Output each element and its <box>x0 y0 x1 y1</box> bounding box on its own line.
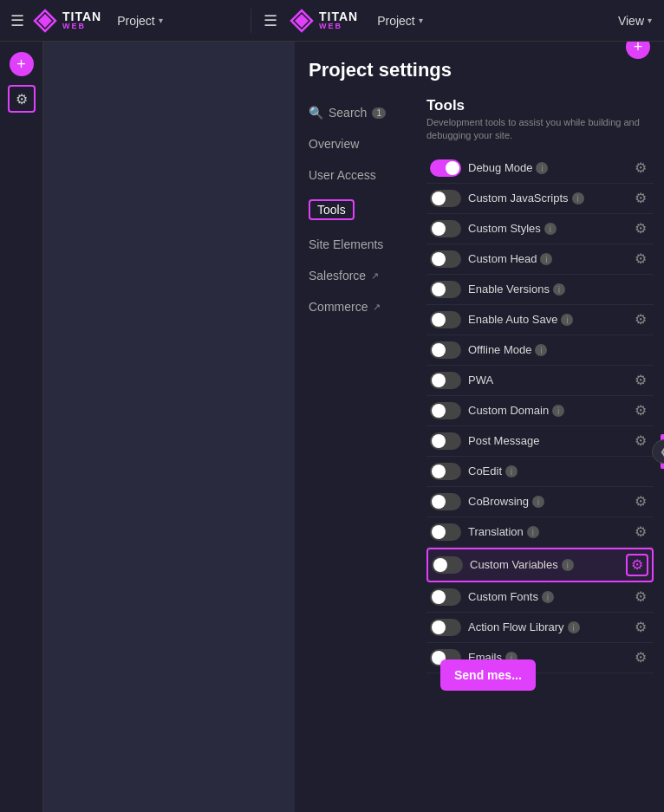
gear-icon-custom-styles[interactable]: ⚙ <box>631 220 650 237</box>
logo-left: TITAN WEB <box>33 9 101 33</box>
gear-icon-custom-domain[interactable]: ⚙ <box>631 402 650 419</box>
tool-row-cobrowsing: CoBrowsingi⚙ <box>426 487 654 517</box>
toggle-coedit[interactable] <box>430 463 461 480</box>
gear-icon-custom-fonts[interactable]: ⚙ <box>631 588 650 605</box>
toggle-enable-versions[interactable] <box>430 281 461 298</box>
toggle-custom-domain[interactable] <box>430 402 461 419</box>
logo-web-right: WEB <box>319 23 358 30</box>
nav-item-commerce[interactable]: Commerce ↗ <box>295 291 416 322</box>
nav-item-tools[interactable]: Tools <box>295 191 416 229</box>
main-layout: + ⚙ Project settings + 🔍 Search 1 Ov <box>0 42 664 812</box>
tool-row-custom-variables: Custom Variablesi⚙ <box>426 548 654 582</box>
gear-icon-debug-mode[interactable]: ⚙ <box>631 159 650 176</box>
settings-nav: 🔍 Search 1 Overview User Access Tools <box>295 90 416 812</box>
hamburger-icon-left[interactable]: ☰ <box>10 11 24 30</box>
tool-row-debug-mode: Debug Modei⚙ <box>426 153 654 184</box>
search-badge: 1 <box>372 107 386 119</box>
toggle-enable-auto-save[interactable] <box>430 311 461 328</box>
settings-plus-button[interactable]: + <box>626 42 650 59</box>
external-link-icon-salesforce: ↗ <box>371 270 379 282</box>
nav-item-site-elements[interactable]: Site Elements <box>295 229 416 260</box>
hamburger-icon-right[interactable]: ☰ <box>264 11 277 30</box>
tool-row-custom-javascripts: Custom JavaScriptsi⚙ <box>426 184 654 214</box>
logo-diamond-right <box>290 9 314 33</box>
top-bar-left: ☰ TITAN WEB Project ▾ <box>0 9 251 33</box>
tool-row-pwa: PWA⚙ <box>426 366 654 396</box>
toggle-translation[interactable] <box>430 523 461 541</box>
settings-title: Project settings <box>309 59 650 81</box>
toggle-custom-styles[interactable] <box>430 220 461 237</box>
gear-icon-pwa[interactable]: ⚙ <box>631 372 650 388</box>
info-icon-enable-versions: i <box>553 283 565 296</box>
tool-label-custom-domain: Custom Domaini <box>468 404 624 417</box>
tools-section-subtitle: Development tools to assist you while bu… <box>426 116 654 143</box>
toggle-post-message[interactable] <box>430 432 461 450</box>
tool-label-translation: Translationi <box>468 525 624 538</box>
tool-row-coedit: CoEditi <box>426 457 654 487</box>
gear-icon-enable-auto-save[interactable]: ⚙ <box>631 311 650 328</box>
tool-label-cobrowsing: CoBrowsingi <box>468 495 624 508</box>
info-icon-custom-head: i <box>540 253 552 265</box>
tool-row-offline-mode: Offline Modei <box>426 335 654 366</box>
send-message-button[interactable]: Send mes... <box>440 659 536 691</box>
tool-label-debug-mode: Debug Modei <box>468 161 624 174</box>
logo-diamond-left <box>33 9 57 33</box>
info-icon-custom-styles: i <box>544 223 557 235</box>
toggle-action-flow-library[interactable] <box>430 619 461 636</box>
gear-icon-action-flow-library[interactable]: ⚙ <box>631 619 650 635</box>
gear-icon-custom-head[interactable]: ⚙ <box>631 250 650 267</box>
logo-text-right: TITAN WEB <box>319 10 358 30</box>
tool-row-post-message: Post Message⚙ <box>426 426 654 457</box>
toggle-pwa[interactable] <box>430 372 461 389</box>
nav-item-search[interactable]: 🔍 Search 1 <box>295 97 416 128</box>
tool-row-translation: Translationi⚙ <box>426 517 654 548</box>
tool-label-pwa: PWA <box>468 374 624 387</box>
gear-icon-post-message[interactable]: ⚙ <box>631 432 650 449</box>
tool-row-action-flow-library: Action Flow Libraryi⚙ <box>426 613 654 643</box>
tool-rows-container: Debug Modei⚙Custom JavaScriptsi⚙Custom S… <box>426 153 654 673</box>
tool-row-enable-versions: Enable Versionsi <box>426 275 654 305</box>
tool-label-post-message: Post Message <box>468 434 624 447</box>
gear-icon-emails[interactable]: ⚙ <box>631 649 650 666</box>
nav-item-user-access[interactable]: User Access <box>295 159 416 191</box>
nav-item-salesforce[interactable]: Salesforce ↗ <box>295 260 416 291</box>
tool-row-custom-styles: Custom Stylesi⚙ <box>426 214 654 244</box>
top-bar-right: ☰ TITAN WEB Project ▾ View ▾ <box>251 9 664 33</box>
canvas-area <box>43 42 295 812</box>
nav-user-access-label: User Access <box>309 168 376 182</box>
external-link-icon-commerce: ↗ <box>373 302 381 313</box>
search-icon: 🔍 <box>309 106 323 120</box>
nav-site-elements-label: Site Elements <box>309 237 383 251</box>
toggle-cobrowsing[interactable] <box>430 493 461 510</box>
info-icon-cobrowsing: i <box>532 496 544 508</box>
info-icon-coedit: i <box>505 465 518 477</box>
tool-label-custom-variables: Custom Variablesi <box>470 558 619 571</box>
tools-content: Tools Development tools to assist you wh… <box>416 90 664 812</box>
view-button[interactable]: View ▾ <box>618 14 652 28</box>
info-icon-enable-auto-save: i <box>561 314 573 326</box>
tool-label-coedit: CoEditi <box>468 464 650 477</box>
project-button-right[interactable]: Project ▾ <box>377 14 423 28</box>
nav-item-overview[interactable]: Overview <box>295 128 416 159</box>
add-button[interactable]: + <box>10 52 34 76</box>
gear-icon-cobrowsing[interactable]: ⚙ <box>631 493 650 510</box>
toggle-custom-variables[interactable] <box>432 556 463 574</box>
nav-overview-label: Overview <box>309 137 359 151</box>
logo-right: TITAN WEB <box>290 9 358 33</box>
toggle-debug-mode[interactable] <box>430 159 461 177</box>
toggle-custom-javascripts[interactable] <box>430 190 461 207</box>
toggle-offline-mode[interactable] <box>430 341 461 359</box>
gear-settings-button[interactable]: ⚙ <box>8 85 36 113</box>
info-icon-debug-mode: i <box>536 162 548 174</box>
info-icon-custom-fonts: i <box>542 591 554 603</box>
gear-icon-translation[interactable]: ⚙ <box>631 523 650 540</box>
tool-label-custom-head: Custom Headi <box>468 252 624 265</box>
toggle-custom-head[interactable] <box>430 250 461 268</box>
settings-body: 🔍 Search 1 Overview User Access Tools <box>295 90 664 812</box>
toggle-custom-fonts[interactable] <box>430 588 461 606</box>
gear-icon-custom-variables[interactable]: ⚙ <box>626 554 648 576</box>
gear-icon-custom-javascripts[interactable]: ⚙ <box>631 190 650 206</box>
info-icon-translation: i <box>527 526 539 538</box>
project-button-left[interactable]: Project ▾ <box>117 14 163 28</box>
info-icon-custom-domain: i <box>552 405 564 417</box>
